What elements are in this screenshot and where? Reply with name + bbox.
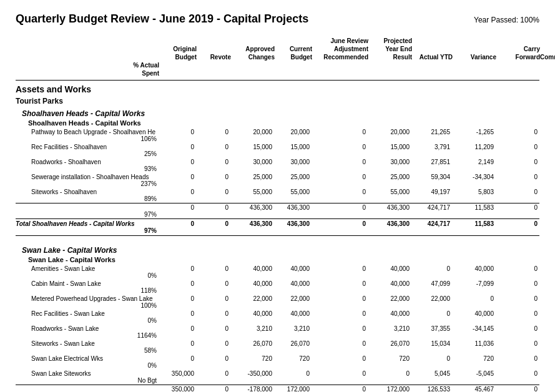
table-row: Siteworks - Swan Lake0026,07026,070026,0…	[16, 340, 539, 355]
shoalhaven-subtotal-blank: 0 0 436,300 436,300 0 436,300 424,717 11…	[16, 203, 539, 218]
swan-italic-title: Swan Lake - Capital Works	[22, 246, 539, 255]
table-row: Cabin Maint - Swan Lake0040,00040,000040…	[16, 280, 539, 295]
col-header-revote: Revote	[197, 53, 231, 61]
shoalhaven-total-row: Total Shoalhaven Heads - Capital Works 0…	[16, 218, 539, 236]
table-row: Metered Powerhead Upgrades - Swan Lake00…	[16, 295, 539, 310]
section-assets-works: Assets and Works	[16, 84, 539, 94]
col-header-current: CurrentBudget	[275, 45, 312, 61]
swan-bold-title: Swan Lake - Capital Works	[28, 256, 539, 263]
column-headers: OriginalBudget Revote ApprovedChanges Cu…	[16, 37, 539, 81]
shoalhaven-italic-title: Shoalhaven Heads - Capital Works	[22, 109, 539, 118]
table-row: Sewerage installation - Shoalhaven Heads…	[16, 173, 539, 188]
table-row: Siteworks - Shoalhaven0055,00055,000055,…	[16, 188, 539, 203]
swan-subtotal: 350,000 0 -178,000 172,000 0 172,000 126…	[16, 385, 539, 392]
col-header-orig: OriginalBudget	[159, 45, 197, 61]
table-row: Amenities - Swan Lake0040,00040,000040,0…	[16, 265, 539, 280]
year-passed: Year Passed: 100%	[474, 16, 539, 24]
col-header-pct: % ActualSpent	[16, 61, 159, 77]
col-header-actual: Actual YTD	[412, 53, 453, 61]
col-header-variance: Variance	[453, 53, 496, 61]
section-tourist-parks: Tourist Parks	[16, 97, 539, 105]
page-title: Quarterly Budget Review - June 2019 - Ca…	[16, 12, 308, 26]
col-header-projected: ProjectedYear EndResult	[368, 37, 412, 61]
table-row: Swan Lake Siteworks350,0000-350,0000005,…	[16, 370, 539, 385]
table-row: Swan Lake Electrical Wks0072072007200720…	[16, 355, 539, 370]
table-row: Roadworks - Swan Lake003,2103,21003,2103…	[16, 325, 539, 340]
col-header-approved: ApprovedChanges	[231, 45, 275, 61]
col-header-june: June ReviewAdjustmentRecommended	[312, 37, 368, 61]
col-header-carry: CarryForward	[496, 45, 540, 61]
table-row: Rec Facilities - Shoalhaven0015,00015,00…	[16, 143, 539, 158]
col-header-commitment: Commitment*	[540, 53, 555, 61]
table-row: Roadworks - Shoalhaven0030,00030,000030,…	[16, 158, 539, 173]
swan-rows: Amenities - Swan Lake0040,00040,000040,0…	[16, 265, 539, 385]
table-row: Rec Facilities - Swan Lake0040,00040,000…	[16, 310, 539, 325]
shoalhaven-rows: Pathway to Beach Upgrade - Shoalhaven He…	[16, 128, 539, 203]
table-row: Pathway to Beach Upgrade - Shoalhaven He…	[16, 128, 539, 143]
page-header: Quarterly Budget Review - June 2019 - Ca…	[16, 12, 539, 26]
shoalhaven-bold-title: Shoalhaven Heads - Capital Works	[28, 119, 539, 127]
